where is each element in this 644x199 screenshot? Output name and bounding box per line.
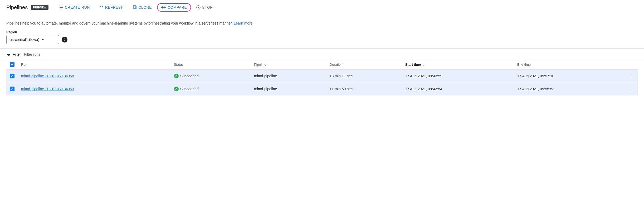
chevron-down-icon: ▼ [41,38,45,41]
header-checkbox-cell: − [6,59,18,70]
row1-start-time: 17 Aug 2021, 09:43:59 [402,70,514,83]
svg-rect-1 [60,7,63,8]
row2-status: ✓ Succeeded [171,83,251,96]
toolbar: Pipelines PREVIEW CREATE RUN REFRESH CLO… [0,0,644,15]
clone-button[interactable]: CLONE [129,3,156,12]
region-select[interactable]: us-central1 (Iowa) ▼ [6,35,59,44]
table-row: ✓ mlmd-pipeline-20210817134353 ✓ Succeed… [6,83,638,96]
learn-more-link[interactable]: Learn more [234,21,253,25]
col-run: Run [18,59,171,70]
compare-icon [161,6,166,9]
col-end-time: End time [514,59,626,70]
region-value: us-central1 (Iowa) [10,37,39,42]
minus-icon: − [11,62,13,67]
table-wrapper: − Run Status Pipeline Duration Start tim… [0,59,644,96]
help-icon[interactable]: ? [62,37,67,42]
sort-desc-icon: ↓ [423,63,425,67]
filter-icon [6,53,11,56]
region-select-wrapper: us-central1 (Iowa) ▼ ? [6,35,638,44]
row2-duration: 11 min 59 sec [326,83,402,96]
row1-menu-button[interactable]: ⋮ [629,73,635,79]
create-run-button[interactable]: CREATE RUN [55,3,94,12]
row2-menu-button[interactable]: ⋮ [629,86,635,92]
row1-status-icon: ✓ [174,74,179,78]
row1-menu-cell: ⋮ [626,70,638,83]
stop-icon [196,5,201,10]
description-area: Pipelines help you to automate, monitor … [0,15,644,49]
row1-status-text: Succeeded [180,74,199,78]
plus-icon [59,5,63,10]
row2-checkbox-cell: ✓ [6,83,18,96]
col-duration: Duration [326,59,402,70]
row1-run: mlmd-pipeline-20210817134358 [18,70,171,83]
row1-run-link[interactable]: mlmd-pipeline-20210817134358 [21,74,74,78]
row1-end-time: 17 Aug 2021, 09:57:10 [514,70,626,83]
row2-run: mlmd-pipeline-20210817134353 [18,83,171,96]
runs-table: − Run Status Pipeline Duration Start tim… [6,59,638,96]
svg-rect-7 [198,7,199,8]
row2-status-icon: ✓ [174,87,179,91]
row2-status-text: Succeeded [180,87,199,91]
compare-button[interactable]: COMPARE [157,3,191,12]
col-start-time[interactable]: Start time ↓ [402,59,514,70]
filter-runs-text: Filter runs [24,52,40,56]
col-pipeline: Pipeline [251,59,326,70]
svg-rect-3 [133,6,136,8]
row2-pipeline: mlmd-pipeline [251,83,326,96]
row2-start-time: 17 Aug 2021, 09:43:54 [402,83,514,96]
table-row: ✓ mlmd-pipeline-20210817134358 ✓ Succeed… [6,70,638,83]
row1-pipeline: mlmd-pipeline [251,70,326,83]
col-menu [626,59,638,70]
preview-badge: PREVIEW [31,5,48,10]
refresh-button[interactable]: REFRESH [95,3,128,12]
row2-menu-cell: ⋮ [626,83,638,96]
select-all-checkbox[interactable]: − [10,62,14,67]
col-status: Status [171,59,251,70]
row2-checkbox[interactable]: ✓ [10,87,14,91]
row1-duration: 13 min 11 sec [326,70,402,83]
region-label: Region [6,30,638,34]
row1-checkbox-cell: ✓ [6,70,18,83]
refresh-icon [99,5,104,10]
description-text: Pipelines help you to automate, monitor … [6,20,638,26]
row2-end-time: 17 Aug 2021, 09:55:53 [514,83,626,96]
table-header-row: − Run Status Pipeline Duration Start tim… [6,59,638,70]
filter-label: Filter [13,52,21,56]
stop-button[interactable]: STOP [192,3,217,12]
row2-run-link[interactable]: mlmd-pipeline-20210817134353 [21,87,74,91]
row1-checkbox[interactable]: ✓ [10,74,14,78]
page-title: Pipelines [6,4,28,11]
row1-status: ✓ Succeeded [171,70,251,83]
region-section: Region us-central1 (Iowa) ▼ ? [6,30,638,44]
clone-icon [133,5,137,10]
filter-area: Filter Filter runs [0,49,644,59]
filter-icon-wrapper: Filter [6,52,21,56]
